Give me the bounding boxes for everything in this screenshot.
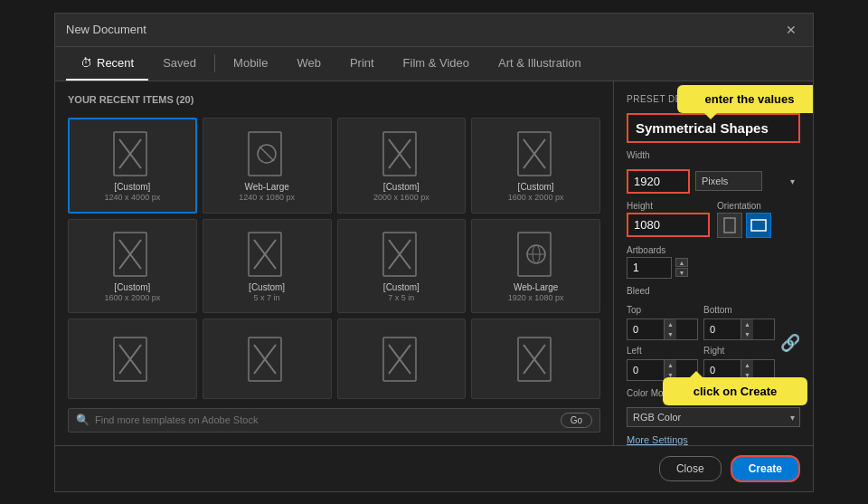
orientation-buttons xyxy=(717,213,800,238)
height-col: Height xyxy=(627,201,710,238)
bleed-bottom-label: Bottom xyxy=(703,305,775,315)
bleed-right-up[interactable]: ▲ xyxy=(741,360,753,370)
bleed-bottom-input[interactable] xyxy=(704,321,741,338)
doc-icon-1 xyxy=(247,130,287,177)
doc-icon-2 xyxy=(382,130,421,177)
content-area: YOUR RECENT ITEMS (20) [Custom] 1240 x 4… xyxy=(55,81,813,445)
bleed-right-label: Right xyxy=(703,346,775,356)
item-sublabel-4: 1600 x 2000 px xyxy=(105,293,161,302)
color-mode-select[interactable]: RGB Color CMYK Color Grayscale xyxy=(627,407,800,427)
item-sublabel-1: 1240 x 1080 px xyxy=(239,193,295,202)
bleed-top-field: Top ▲ ▼ xyxy=(627,305,698,340)
bleed-top-spin: ▲ ▼ xyxy=(664,319,676,339)
close-button[interactable]: Close xyxy=(659,456,722,481)
doc-icon-5 xyxy=(247,231,287,278)
item-label-1: Web-Large xyxy=(244,181,288,193)
recent-item-0[interactable]: [Custom] 1240 x 4000 px xyxy=(68,118,197,214)
recent-item-6[interactable]: [Custom] 7 x 5 in xyxy=(337,219,467,313)
tab-recent[interactable]: ⏱ Recent xyxy=(66,47,148,81)
bleed-left-label: Left xyxy=(627,346,698,356)
artboards-section: Artboards ▲ ▼ xyxy=(627,245,800,279)
orientation-label: Orientation xyxy=(717,201,800,211)
item-label-4: [Custom] xyxy=(114,281,150,293)
dialog-close-button[interactable]: ✕ xyxy=(780,21,802,39)
bleed-right-down[interactable]: ▼ xyxy=(741,370,753,380)
recent-item-11[interactable] xyxy=(471,319,600,399)
tab-film[interactable]: Film & Video xyxy=(389,47,484,81)
search-icon: 🔍 xyxy=(76,414,90,426)
right-panel: PRESET DETAILS Width Pixels Inches Centi… xyxy=(614,81,813,445)
bleed-left-spin: ▲ ▼ xyxy=(664,360,676,380)
recent-item-8[interactable] xyxy=(68,319,197,399)
tabs-bar: ⏱ Recent Saved Mobile Web Print Film & V… xyxy=(55,47,813,81)
bleed-left-field: Left ▲ ▼ xyxy=(627,346,698,381)
item-label-0: [Custom] xyxy=(114,181,150,193)
unit-select[interactable]: Pixels Inches Centimeters Millimeters xyxy=(695,171,762,191)
svg-line-5 xyxy=(259,147,274,161)
bleed-bottom-up[interactable]: ▲ xyxy=(741,319,753,329)
item-label-7: Web-Large xyxy=(514,281,558,293)
item-label-6: [Custom] xyxy=(383,281,420,293)
tab-mobile[interactable]: Mobile xyxy=(219,47,282,81)
bleed-top-up[interactable]: ▲ xyxy=(664,319,676,329)
artboards-increment-button[interactable]: ▲ xyxy=(675,258,688,267)
bleed-bottom-down[interactable]: ▼ xyxy=(741,329,753,339)
color-mode-label: Color Mode xyxy=(627,388,800,398)
title-bar: New Document ✕ xyxy=(55,14,813,47)
bleed-right-field: Right ▲ ▼ xyxy=(703,346,775,381)
left-panel: YOUR RECENT ITEMS (20) [Custom] 1240 x 4… xyxy=(55,81,614,445)
tab-separator xyxy=(214,54,215,72)
search-input[interactable] xyxy=(95,414,555,425)
item-label-5: [Custom] xyxy=(249,281,285,293)
bleed-left-down[interactable]: ▼ xyxy=(664,370,676,380)
recent-item-1[interactable]: Web-Large 1240 x 1080 px xyxy=(203,118,332,214)
bleed-right-input[interactable] xyxy=(704,362,741,378)
bleed-grid: Top ▲ ▼ Bottom xyxy=(627,305,800,381)
create-button[interactable]: Create xyxy=(731,455,800,482)
height-input[interactable] xyxy=(627,213,710,237)
item-sublabel-6: 7 x 5 in xyxy=(388,293,414,302)
go-button[interactable]: Go xyxy=(561,413,592,428)
recent-item-7[interactable]: Web-Large 1920 x 1080 px xyxy=(471,219,600,313)
recent-item-9[interactable] xyxy=(203,319,332,399)
bleed-left-wrap: ▲ ▼ xyxy=(627,359,698,381)
orientation-portrait-button[interactable] xyxy=(717,213,742,238)
color-mode-wrap: RGB Color CMYK Color Grayscale xyxy=(627,407,800,427)
svg-rect-37 xyxy=(724,218,735,233)
bleed-left-input[interactable] xyxy=(627,362,664,378)
doc-icon-7 xyxy=(516,231,556,278)
more-settings-link[interactable]: More Settings xyxy=(627,434,800,445)
preset-name-input[interactable] xyxy=(627,113,800,143)
bleed-link-icon[interactable]: 🔗 xyxy=(780,333,800,353)
tab-web[interactable]: Web xyxy=(282,47,335,81)
bleed-top-down[interactable]: ▼ xyxy=(664,329,676,339)
recent-item-3[interactable]: [Custom] 1600 x 2000 px xyxy=(471,118,600,214)
recent-item-10[interactable] xyxy=(337,319,467,399)
doc-icon-6 xyxy=(382,231,421,278)
bleed-top-label: Top xyxy=(627,305,698,315)
doc-icon-9 xyxy=(247,336,287,383)
bleed-top-input[interactable] xyxy=(627,321,664,338)
svg-rect-38 xyxy=(751,220,766,231)
artboards-input[interactable] xyxy=(627,257,672,279)
tab-art[interactable]: Art & Illustration xyxy=(484,47,596,81)
item-sublabel-7: 1920 x 1080 px xyxy=(508,293,564,302)
bleed-left-up[interactable]: ▲ xyxy=(664,360,676,370)
bleed-top-wrap: ▲ ▼ xyxy=(627,319,698,340)
recent-item-5[interactable]: [Custom] 5 x 7 in xyxy=(203,219,332,313)
dialog-title: New Document xyxy=(66,23,146,36)
width-label: Width xyxy=(627,150,800,160)
bleed-bottom-spin: ▲ ▼ xyxy=(741,319,753,339)
doc-icon-8 xyxy=(112,336,152,383)
item-sublabel-5: 5 x 7 in xyxy=(254,293,280,302)
orientation-landscape-button[interactable] xyxy=(746,213,771,238)
artboards-spin: ▲ ▼ xyxy=(627,257,800,279)
tab-print[interactable]: Print xyxy=(335,47,389,81)
width-input[interactable] xyxy=(627,169,690,194)
artboards-decrement-button[interactable]: ▼ xyxy=(675,268,688,277)
recent-item-2[interactable]: [Custom] 2000 x 1600 px xyxy=(337,118,467,214)
item-sublabel-0: 1240 x 4000 px xyxy=(105,193,161,202)
recent-item-4[interactable]: [Custom] 1600 x 2000 px xyxy=(68,219,197,313)
item-sublabel-2: 2000 x 1600 px xyxy=(373,193,429,202)
tab-saved[interactable]: Saved xyxy=(148,47,211,81)
